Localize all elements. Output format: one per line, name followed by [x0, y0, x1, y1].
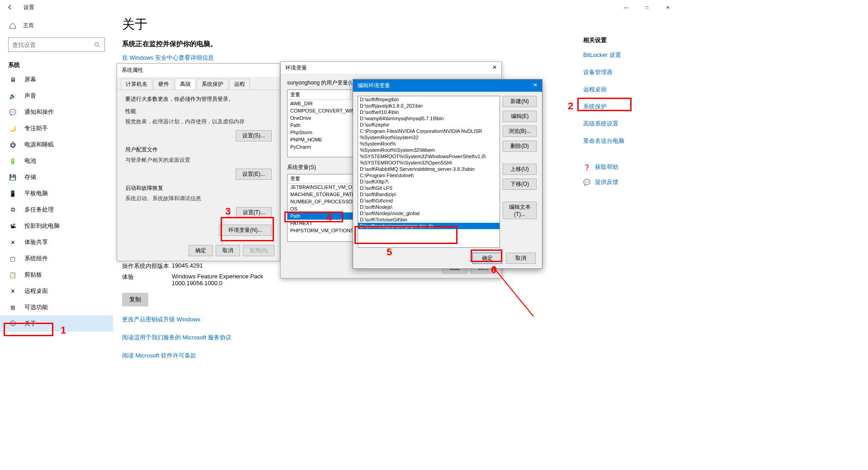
sysprops-tab-2[interactable]: 高级 [175, 79, 196, 89]
related-link-0[interactable]: BitLocker 设置 [583, 51, 660, 59]
close-button[interactable]: ✕ [657, 0, 678, 14]
editenv-browse-button[interactable]: 浏览(B)... [503, 126, 537, 137]
nav-icon: 📽 [9, 222, 16, 230]
nav-item-4[interactable]: ⏻电源和睡眠 [0, 136, 113, 153]
nav-item-9[interactable]: 📽投影到此电脑 [0, 218, 113, 234]
home-icon [9, 22, 16, 29]
path-row[interactable]: %SYSTEMROOT%\System32\OpenSSH\ [358, 160, 500, 166]
annotation-label-1: 1 [61, 324, 66, 336]
nav-item-15[interactable]: ⓘ关于 [0, 315, 113, 332]
change-key-link[interactable]: 更改产品密钥或升级 Windows [122, 315, 280, 324]
nav-item-1[interactable]: 🔊声音 [0, 88, 113, 104]
service-agreement-link[interactable]: 阅读适用于我们服务的 Microsoft 服务协议 [122, 334, 280, 342]
os-info: 操作系统内部版本19045.4291 体验Windows Feature Exp… [122, 262, 280, 363]
path-row[interactable]: %SystemRoot%\System32\Wbem [358, 147, 500, 153]
nav-item-13[interactable]: ✕远程桌面 [0, 283, 113, 299]
license-terms-link[interactable]: 阅读 Microsoft 软件许可条款 [122, 352, 280, 360]
annotation-label-4: 4 [326, 212, 332, 223]
annotation-label-6: 6 [491, 264, 496, 276]
sysprops-tab-3[interactable]: 系统保护 [197, 79, 228, 89]
path-row[interactable]: D:\soft\java\jdk1.8.0_201\bin [358, 103, 500, 109]
editenv-up-button[interactable]: 上移(U) [503, 164, 537, 175]
related-link-2[interactable]: 远程桌面 [583, 85, 660, 94]
nav-item-10[interactable]: ✕体验共享 [0, 234, 113, 250]
path-row[interactable]: D:\soft\nodejs\pnpm\pnpm-bin-dir [358, 223, 500, 229]
path-row[interactable]: D:\soft\Git\cmd [358, 197, 500, 204]
home-button[interactable]: 主页 [0, 18, 113, 33]
startup-title: 启动和故障恢复 [125, 184, 272, 192]
nav-icon: ⧉ [9, 206, 16, 213]
feedback-link[interactable]: 💬提供反馈 [583, 178, 660, 186]
path-row[interactable]: D:\soft\Bandizip\ [358, 191, 500, 197]
sysprops-tab-0[interactable]: 计算机名 [121, 79, 152, 89]
path-row[interactable]: D:\soft\Nodejs\node_global [358, 210, 500, 216]
path-row[interactable]: D:\soft\RabbitMQ Server\rabbitmq_server-… [358, 166, 500, 172]
nav-item-2[interactable]: 💬通知和操作 [0, 104, 113, 120]
editenv-new-button[interactable]: 新建(N) [503, 96, 537, 107]
nav-item-3[interactable]: 🌙专注助手 [0, 120, 113, 136]
profile-settings-button[interactable]: 设置(E)... [236, 169, 272, 180]
perf-desc: 视觉效果，处理器计划，内存使用，以及虚拟内存 [125, 118, 272, 126]
editenv-edittext-button[interactable]: 编辑文本(T)... [503, 202, 537, 219]
path-row[interactable]: D:\soft\Git LFS [358, 185, 500, 191]
editenv-close-button[interactable]: ✕ [533, 82, 538, 89]
path-row[interactable]: D:\soft\ffmpeg\bin [358, 96, 500, 103]
editenv-down-button[interactable]: 下移(O) [503, 179, 537, 190]
sysprops-tab-1[interactable]: 硬件 [153, 79, 174, 89]
editenv-edit-button[interactable]: 编辑(E) [503, 111, 537, 122]
nav-item-0[interactable]: 🖥屏幕 [0, 71, 113, 88]
maximize-button[interactable]: □ [637, 0, 657, 14]
edit-env-dialog: 编辑环境变量 ✕ D:\soft\ffmpeg\binD:\soft\java\… [353, 79, 542, 269]
editenv-delete-button[interactable]: 删除(D) [503, 141, 537, 152]
nav-icon: ✕ [9, 239, 16, 246]
sysprops-tab-4[interactable]: 远程 [229, 79, 250, 89]
path-row[interactable]: C:\Program Files\NVIDIA Corporation\NVID… [358, 128, 500, 134]
related-link-3[interactable]: 系统保护 [583, 103, 660, 111]
copy-button[interactable]: 复制 [122, 293, 148, 306]
path-row[interactable]: %SYSTEMROOT%\System32\WindowsPowerShell\… [358, 153, 500, 160]
sidebar: 主页 系统 🖥屏幕🔊声音💬通知和操作🌙专注助手⏻电源和睡眠🔋电池💾存储📱平板电脑… [0, 18, 113, 332]
related-link-5[interactable]: 重命名这台电脑 [583, 137, 660, 145]
sysprops-apply-button[interactable]: 应用(A) [243, 245, 274, 256]
path-row[interactable]: D:\soft\Xftp7\ [358, 179, 500, 185]
path-list[interactable]: D:\soft\ffmpeg\binD:\soft\java\jdk1.8.0_… [358, 96, 500, 248]
nav-item-14[interactable]: ⊞可选功能 [0, 299, 113, 315]
editenv-ok-button[interactable]: 确定 [472, 253, 502, 264]
path-row[interactable]: D:\soft\Nodejs\ [358, 204, 500, 210]
perf-settings-button[interactable]: 设置(S)... [236, 130, 272, 141]
sidebar-header: 系统 [0, 56, 113, 71]
search-input[interactable] [12, 42, 94, 48]
sysprops-cancel-button[interactable]: 取消 [216, 245, 240, 256]
related-link-1[interactable]: 设备管理器 [583, 68, 660, 76]
path-row[interactable]: D:\soft\TortoiseGit\bin [358, 216, 500, 223]
editenv-cancel-button[interactable]: 取消 [506, 253, 536, 264]
get-help-link[interactable]: ❓获取帮助 [583, 163, 660, 171]
path-row[interactable]: D:\wamp64\bin\mysql\mysql5.7.19\bin [358, 115, 500, 122]
related-link-4[interactable]: 高级系统设置 [583, 120, 660, 128]
path-row[interactable]: %SystemRoot% [358, 141, 500, 147]
path-row[interactable]: D:\soft\erl10.4\bin [358, 109, 500, 115]
env-variables-button[interactable]: 环境变量(N)... [219, 225, 272, 236]
search-icon [94, 41, 101, 48]
envvars-close-button[interactable]: ✕ [492, 64, 497, 72]
system-properties-dialog: 系统属性 计算机名硬件高级系统保护远程 要进行大多数更改，你必须作为管理员登录。… [117, 63, 280, 261]
nav-item-12[interactable]: 📋剪贴板 [0, 267, 113, 283]
nav-item-5[interactable]: 🔋电池 [0, 153, 113, 169]
sysprops-intro: 要进行大多数更改，你必须作为管理员登录。 [125, 95, 272, 103]
back-button[interactable] [5, 3, 14, 12]
sysprops-ok-button[interactable]: 确定 [189, 245, 213, 256]
annotation-label-5: 5 [387, 246, 392, 258]
path-row[interactable]: %SystemRoot%\system32 [358, 134, 500, 141]
main-content: 关于 系统正在监控并保护你的电脑。 在 Windows 安全中心查看详细信息 [122, 16, 574, 66]
nav-item-7[interactable]: 📱平板电脑 [0, 185, 113, 202]
nav-item-8[interactable]: ⧉多任务处理 [0, 202, 113, 218]
search-box[interactable] [8, 38, 105, 52]
nav-item-11[interactable]: ▢系统组件 [0, 250, 113, 267]
path-row[interactable]: C:\Program Files\dotnet\ [358, 172, 500, 179]
security-center-link[interactable]: 在 Windows 安全中心查看详细信息 [122, 54, 574, 62]
minimize-button[interactable]: — [616, 0, 637, 14]
nav-icon: 🖥 [9, 76, 16, 83]
path-row[interactable]: D:\soft\zephir [358, 122, 500, 128]
nav-item-6[interactable]: 💾存储 [0, 169, 113, 185]
startup-settings-button[interactable]: 设置(T)... [236, 207, 272, 218]
